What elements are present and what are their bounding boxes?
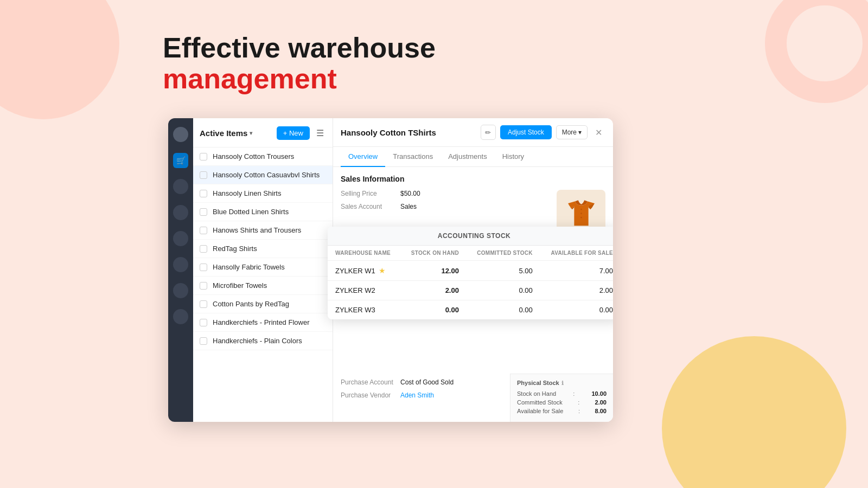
list-item[interactable]: Hansooly Cotton Trousers: [193, 147, 333, 166]
list-item-checkbox[interactable]: [200, 282, 207, 290]
svg-point-2: [580, 216, 582, 218]
list-item-checkbox[interactable]: [200, 337, 207, 345]
list-item[interactable]: Hansolly Fabric Towels: [193, 258, 333, 277]
warehouse-name: ZYLKER W3: [335, 306, 393, 314]
items-list: Hansooly Cotton Trousers Hansooly Cotton…: [193, 147, 333, 422]
stock-popup-title: ACCOUNTING STOCK: [336, 232, 612, 240]
physical-soh-label: Stock on Hand: [517, 390, 556, 397]
sidebar-dot-2: [173, 205, 188, 220]
physical-committed-row: Committed Stock : 2.00: [517, 399, 607, 406]
chevron-down-icon: ▾: [250, 130, 252, 136]
purchase-account-label: Purchase Account: [341, 378, 400, 386]
edit-icon-btn[interactable]: ✏: [481, 125, 496, 140]
stock-on-hand-cell: 12.00: [401, 261, 467, 281]
tab-transactions[interactable]: Transactions: [385, 147, 441, 167]
physical-stock-panel: Physical Stock ℹ Stock on Hand : 10.00 C…: [510, 374, 613, 422]
sidebar-cart-icon[interactable]: 🛒: [173, 153, 188, 168]
list-item-text: RedTag Shirts: [213, 245, 257, 253]
list-item-text: Microfiber Towels: [213, 281, 267, 290]
list-item[interactable]: Handkerchiefs - Plain Colors: [193, 332, 333, 350]
close-button[interactable]: ✕: [592, 126, 605, 139]
new-button[interactable]: + New: [277, 126, 310, 140]
sidebar-dot-4: [173, 257, 188, 272]
tab-history[interactable]: History: [495, 147, 532, 167]
tab-adjustments[interactable]: Adjustments: [441, 147, 495, 167]
list-item-checkbox[interactable]: [200, 153, 207, 160]
sidebar: 🛒: [168, 118, 193, 422]
available-sale-cell: 7.00: [540, 261, 613, 281]
more-button[interactable]: More ▾: [556, 125, 588, 139]
sidebar-dot-1: [173, 179, 188, 194]
stock-popup: ACCOUNTING STOCK WAREHOUSE NAMESTOCK ON …: [333, 227, 613, 319]
list-item-text: Blue Dotted Linen Shirts: [213, 208, 289, 216]
list-item-checkbox[interactable]: [200, 300, 207, 308]
physical-available-value: 8.00: [595, 408, 607, 414]
menu-icon-btn[interactable]: ☰: [314, 126, 326, 140]
app-window: 🛒 Active Items ▾ + New ☰ Hansooly Cotton…: [168, 118, 613, 422]
active-items-dropdown-btn[interactable]: Active Items ▾: [200, 129, 252, 138]
stock-table-row: ZYLKER W2 2.000.002.00: [333, 281, 613, 300]
list-item-text: Hansolly Fabric Towels: [213, 263, 285, 271]
physical-available-row: Available for Sale : 8.00: [517, 408, 607, 414]
sales-section-title: Sales Information: [341, 175, 605, 183]
warehouse-name: ZYLKER W1 ★: [335, 266, 393, 275]
list-item-text: Hansooly Cotton Casuavbvl Shirts: [213, 171, 320, 179]
adjust-stock-button[interactable]: Adjust Stock: [500, 125, 552, 139]
bg-decoration-circle-br: [662, 336, 846, 488]
warehouse-label: ZYLKER W3: [335, 306, 375, 314]
stock-col-header: COMMITTED STOCK: [467, 246, 540, 261]
list-item-text: Hansooly Cotton Trousers: [213, 152, 294, 160]
list-item-checkbox[interactable]: [200, 190, 207, 197]
physical-soh-row: Stock on Hand : 10.00: [517, 390, 607, 397]
list-panel: Active Items ▾ + New ☰ Hansooly Cotton T…: [193, 118, 333, 422]
sidebar-dot-6: [173, 309, 188, 324]
stock-col-header: WAREHOUSE NAME: [333, 246, 401, 261]
list-item-text: Hanows Shirts and Trousers: [213, 226, 301, 234]
bg-decoration-circle-tl: [0, 0, 119, 119]
list-item-checkbox[interactable]: [200, 319, 207, 326]
list-item-checkbox[interactable]: [200, 245, 207, 253]
list-header: Active Items ▾ + New ☰: [193, 118, 333, 147]
list-item-text: Handkerchiefs - Plain Colors: [213, 337, 302, 345]
hero-section: Effective warehouse management: [163, 33, 436, 94]
detail-title: Hansooly Cotton TShirts: [341, 128, 476, 137]
hero-line2: management: [163, 63, 436, 94]
list-item-checkbox[interactable]: [200, 264, 207, 271]
list-item[interactable]: Handkerchiefs - Printed Flower: [193, 313, 333, 332]
physical-info-icon: ℹ: [561, 380, 564, 386]
list-item[interactable]: Hansooly Cotton Casuavbvl Shirts: [193, 166, 333, 184]
list-item-checkbox[interactable]: [200, 227, 207, 234]
stock-table: WAREHOUSE NAMESTOCK ON HANDCOMMITTED STO…: [333, 246, 613, 319]
list-item-checkbox[interactable]: [200, 208, 207, 216]
list-item[interactable]: Cotton Pants by RedTag: [193, 295, 333, 313]
sales-account-value: Sales: [400, 203, 417, 210]
stock-on-hand-cell: 0.00: [401, 300, 467, 320]
list-item-text: Cotton Pants by RedTag: [213, 300, 289, 308]
stock-table-row: ZYLKER W1 ★ 12.005.007.00: [333, 261, 613, 281]
list-item[interactable]: Blue Dotted Linen Shirts: [193, 203, 333, 221]
svg-point-1: [580, 213, 582, 214]
more-label: More: [562, 129, 577, 136]
more-chevron-icon: ▾: [578, 129, 582, 136]
sidebar-dot-3: [173, 231, 188, 246]
svg-point-0: [580, 208, 582, 210]
list-item-checkbox[interactable]: [200, 171, 207, 179]
bg-decoration-arc-tr: [765, 0, 868, 103]
vendor-link[interactable]: Aden Smith: [400, 391, 434, 399]
star-icon: ★: [379, 266, 386, 275]
list-item[interactable]: RedTag Shirts: [193, 240, 333, 258]
warehouse-name: ZYLKER W2: [335, 286, 393, 294]
list-item[interactable]: Microfiber Towels: [193, 277, 333, 295]
physical-available-label: Available for Sale: [517, 408, 563, 414]
stock-col-header: STOCK ON HAND: [401, 246, 467, 261]
stock-section: Stock Locations Accounting Stock Physica…: [341, 246, 605, 259]
stock-table-row: ZYLKER W3 0.000.000.00: [333, 300, 613, 320]
list-item[interactable]: Hanows Shirts and Trousers: [193, 221, 333, 240]
list-title-text: Active Items: [200, 129, 247, 138]
sidebar-dot-5: [173, 283, 188, 298]
available-sale-cell: 2.00: [540, 281, 613, 300]
physical-committed-label: Committed Stock: [517, 399, 563, 406]
list-item[interactable]: Hansooly Linen Shirts: [193, 184, 333, 203]
tab-overview[interactable]: Overview: [341, 147, 385, 167]
detail-header: Hansooly Cotton TShirts ✏ Adjust Stock M…: [333, 118, 613, 147]
